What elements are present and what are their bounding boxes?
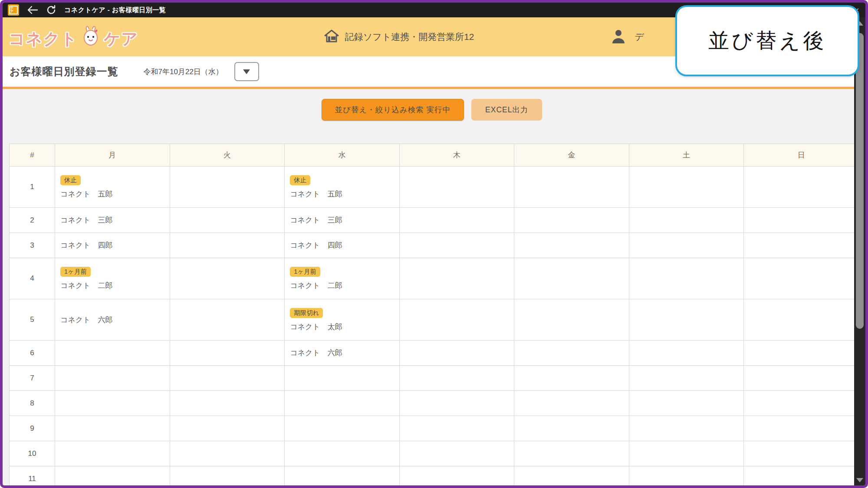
client-name: コネクト 六郎 bbox=[290, 348, 395, 358]
schedule-cell-sun bbox=[744, 416, 859, 441]
schedule-cell-tue bbox=[170, 233, 285, 258]
page-title: お客様曜日別登録一覧 bbox=[10, 65, 118, 79]
client-name: コネクト 二郎 bbox=[60, 281, 165, 291]
logo-text-connect: コネクト bbox=[9, 28, 78, 50]
home-icon[interactable] bbox=[324, 29, 339, 44]
back-icon[interactable] bbox=[27, 5, 38, 15]
table-row: 6コネクト 六郎 bbox=[10, 341, 859, 366]
schedule-cell-sun bbox=[744, 441, 859, 466]
office-name-label[interactable]: 記録ソフト連携・開発営業所12 bbox=[345, 31, 474, 43]
logo-text-care: ケア bbox=[104, 28, 138, 50]
client-name: コネクト 太郎 bbox=[290, 322, 395, 332]
scrollbar-thumb[interactable] bbox=[856, 33, 864, 329]
schedule-cell-tue bbox=[170, 441, 285, 466]
column-header-4: 木 bbox=[399, 144, 514, 167]
column-header-1: 月 bbox=[55, 144, 170, 167]
schedule-cell-sat bbox=[629, 167, 744, 208]
schedule-cell-sun bbox=[744, 466, 859, 488]
row-number: 6 bbox=[10, 341, 55, 366]
schedule-cell-sun bbox=[744, 341, 859, 366]
table-row: 10 bbox=[10, 441, 859, 466]
annotation-callout: 並び替え後 bbox=[675, 5, 859, 76]
schedule-cell-fri bbox=[514, 299, 629, 341]
schedule-cell-fri bbox=[514, 391, 629, 416]
row-number: 7 bbox=[10, 366, 55, 391]
cell-content: 休止コネクト 五郎 bbox=[290, 175, 395, 199]
schedule-cell-sat bbox=[629, 466, 744, 488]
schedule-cell-tue bbox=[170, 208, 285, 233]
sort-filter-button[interactable]: 並び替え・絞り込み検索 実行中 bbox=[322, 99, 464, 121]
table-row: 3コネクト 四郎コネクト 四郎 bbox=[10, 233, 859, 258]
schedule-cell-tue bbox=[170, 466, 285, 488]
schedule-cell-sun bbox=[744, 208, 859, 233]
schedule-cell-tue bbox=[170, 366, 285, 391]
schedule-cell-wed: 1ヶ月前コネクト 二郎 bbox=[285, 258, 400, 299]
schedule-cell-sat bbox=[629, 258, 744, 299]
schedule-cell-fri bbox=[514, 441, 629, 466]
schedule-cell-thu bbox=[399, 299, 514, 341]
schedule-cell-sat bbox=[629, 341, 744, 366]
schedule-cell-mon bbox=[55, 441, 170, 466]
schedule-cell-mon: コネクト 三郎 bbox=[55, 208, 170, 233]
row-number: 2 bbox=[10, 208, 55, 233]
column-header-3: 水 bbox=[285, 144, 400, 167]
row-number: 3 bbox=[10, 233, 55, 258]
status-badge: 期限切れ bbox=[290, 308, 323, 318]
row-number: 5 bbox=[10, 299, 55, 341]
connect-care-logo: コネクト ケア bbox=[9, 24, 138, 50]
schedule-cell-sun bbox=[744, 391, 859, 416]
schedule-cell-fri bbox=[514, 233, 629, 258]
cell-content: 休止コネクト 五郎 bbox=[60, 175, 165, 199]
schedule-cell-wed: コネクト 四郎 bbox=[285, 233, 400, 258]
user-name-label[interactable]: デ bbox=[635, 31, 644, 43]
scroll-down-arrow-icon[interactable] bbox=[856, 478, 863, 482]
schedule-cell-thu bbox=[399, 391, 514, 416]
status-badge: 1ヶ月前 bbox=[60, 267, 91, 277]
schedule-cell-tue bbox=[170, 299, 285, 341]
client-name: コネクト 三郎 bbox=[60, 215, 165, 225]
schedule-cell-fri bbox=[514, 258, 629, 299]
row-number: 11 bbox=[10, 466, 55, 488]
cell-content: 1ヶ月前コネクト 二郎 bbox=[290, 267, 395, 291]
table-row: 2コネクト 三郎コネクト 三郎 bbox=[10, 208, 859, 233]
schedule-cell-mon: コネクト 六郎 bbox=[55, 299, 170, 341]
schedule-cell-sat bbox=[629, 299, 744, 341]
schedule-cell-sat bbox=[629, 416, 744, 441]
table-row: 11 bbox=[10, 466, 859, 488]
schedule-cell-mon bbox=[55, 366, 170, 391]
schedule-cell-wed bbox=[285, 441, 400, 466]
table-row: 41ヶ月前コネクト 二郎1ヶ月前コネクト 二郎 bbox=[10, 258, 859, 299]
cell-content: コネクト 三郎 bbox=[290, 215, 395, 225]
schedule-cell-fri bbox=[514, 366, 629, 391]
schedule-cell-wed bbox=[285, 391, 400, 416]
schedule-cell-fri bbox=[514, 466, 629, 488]
schedule-cell-tue bbox=[170, 416, 285, 441]
schedule-cell-sat bbox=[629, 441, 744, 466]
cell-content: 1ヶ月前コネクト 二郎 bbox=[60, 267, 165, 291]
cell-content: コネクト 四郎 bbox=[290, 240, 395, 250]
schedule-cell-mon: 1ヶ月前コネクト 二郎 bbox=[55, 258, 170, 299]
client-name: コネクト 三郎 bbox=[290, 215, 395, 225]
vertical-scrollbar[interactable] bbox=[854, 17, 865, 485]
cell-content: コネクト 六郎 bbox=[60, 315, 165, 325]
row-number: 4 bbox=[10, 258, 55, 299]
client-name: コネクト 六郎 bbox=[60, 315, 165, 325]
schedule-cell-wed: コネクト 三郎 bbox=[285, 208, 400, 233]
refresh-icon[interactable] bbox=[46, 5, 56, 15]
cell-content: 期限切れコネクト 太郎 bbox=[290, 308, 395, 332]
status-badge: 休止 bbox=[290, 175, 310, 185]
weekday-schedule-table: #月火水木金土日 1休止コネクト 五郎休止コネクト 五郎2コネクト 三郎コネクト… bbox=[9, 144, 859, 488]
cell-content: コネクト 六郎 bbox=[290, 348, 395, 358]
schedule-cell-mon bbox=[55, 341, 170, 366]
schedule-cell-mon bbox=[55, 416, 170, 441]
user-icon[interactable] bbox=[611, 29, 626, 45]
schedule-cell-wed bbox=[285, 416, 400, 441]
schedule-cell-sun bbox=[744, 258, 859, 299]
action-toolbar: 並び替え・絞り込み検索 実行中 EXCEL出力 bbox=[5, 99, 859, 121]
schedule-cell-thu bbox=[399, 341, 514, 366]
date-dropdown-button[interactable] bbox=[234, 62, 259, 81]
status-badge: 休止 bbox=[60, 175, 81, 185]
schedule-cell-thu bbox=[399, 208, 514, 233]
excel-export-button[interactable]: EXCEL出力 bbox=[471, 99, 542, 121]
schedule-cell-sun bbox=[744, 233, 859, 258]
